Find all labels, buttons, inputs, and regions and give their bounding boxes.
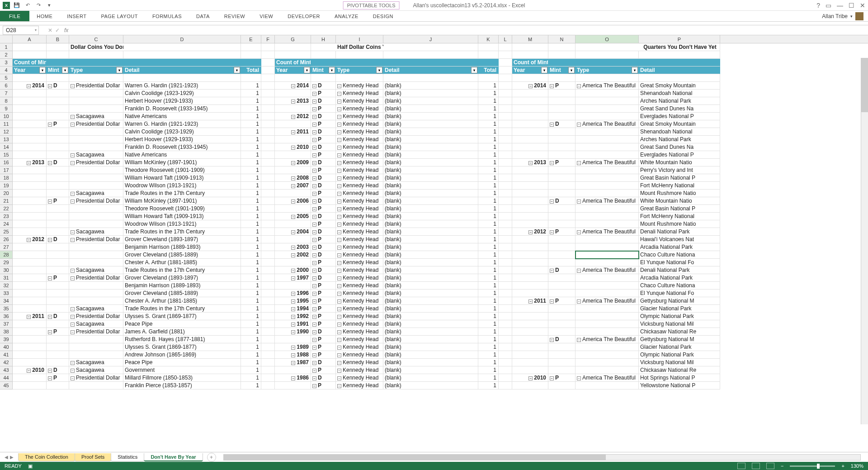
collapse-icon[interactable]: − [312,346,316,350]
row-header-4[interactable]: 4 [0,66,13,74]
pivot-mint-value[interactable]: −P [548,82,576,90]
sheet-tab-statistics[interactable]: Statistics [111,453,144,461]
pivot-type-value[interactable]: −Presidential Dollar [69,274,123,282]
pivot-mint-value[interactable] [548,351,576,359]
pivot-mint-value[interactable] [548,174,576,182]
collapse-icon[interactable]: − [312,84,316,88]
pivot-mint-value[interactable]: −P [47,197,69,205]
collapse-icon[interactable]: − [291,146,295,150]
pivot-year-value[interactable] [13,197,47,205]
collapse-icon[interactable]: − [291,130,295,134]
collapse-icon[interactable]: − [312,192,316,196]
pivot-type-value[interactable] [69,205,123,213]
pivot-year-value[interactable] [512,243,548,251]
pivot-mint-value[interactable] [548,320,576,328]
pivot-year-value[interactable] [13,282,47,290]
pivot-year-value[interactable] [512,251,548,259]
collapse-icon[interactable]: − [291,184,295,188]
pivot-year-value[interactable] [13,205,47,213]
row-header-6[interactable]: 6 [0,82,13,90]
pivot-year-value[interactable]: −2006 [275,197,311,205]
collapse-icon[interactable]: − [48,376,52,380]
pivot-year-value[interactable]: −2003 [275,243,311,251]
collapse-icon[interactable]: − [337,215,341,219]
collapse-icon[interactable]: − [71,315,75,319]
filter-dropdown-icon[interactable]: ▾ [329,67,335,73]
pivot-type-value[interactable]: −Kennedy Head [336,120,383,128]
row-header-16[interactable]: 16 [0,159,13,166]
pivot-year-value[interactable]: −2000 [275,266,311,274]
pivot-mint-value[interactable]: −D [311,197,336,205]
collapse-icon[interactable]: − [312,353,316,357]
pivot-type-value[interactable]: −Presidential Dollar [69,197,123,205]
collapse-icon[interactable]: − [337,192,341,196]
pivot-year-value[interactable] [275,190,311,197]
collapse-icon[interactable]: − [550,269,554,273]
pivot-year-value[interactable]: −1988 [275,351,311,359]
pivot-type-value[interactable] [576,213,639,220]
pivot-type-value[interactable] [576,243,639,251]
pivot-year[interactable]: Year▾ [512,66,548,74]
pivot-year-value[interactable]: −2013 [275,97,311,105]
pivot-year-value[interactable]: −2014 [13,82,47,90]
pivot-mint-value[interactable] [548,290,576,297]
pivot-mint-value[interactable]: −P [311,282,336,290]
pivot-mint-value[interactable] [47,251,69,259]
pivot-mint-value[interactable] [47,136,69,143]
pivot-mint-value[interactable]: −P [548,374,576,382]
collapse-icon[interactable]: − [577,161,581,165]
pivot-year-value[interactable]: −2004 [275,228,311,236]
pivot-type-value[interactable] [576,136,639,143]
pivot-type-value[interactable] [576,282,639,290]
col-header-M[interactable]: M [512,35,548,43]
collapse-icon[interactable]: − [312,238,316,242]
tab-nav-last-icon[interactable]: ▶ [10,455,14,460]
view-page-break-icon[interactable] [766,463,774,469]
collapse-icon[interactable]: − [337,161,341,165]
ribbon-tab-data[interactable]: DATA [189,11,217,21]
pivot-type-value[interactable] [576,236,639,243]
pivot-year-value[interactable] [13,151,47,159]
collapse-icon[interactable]: − [27,369,31,373]
filter-dropdown-icon[interactable]: ▾ [376,67,382,73]
fx-icon[interactable]: fx [64,27,68,33]
collapse-icon[interactable]: − [291,299,295,304]
pivot-mint-value[interactable] [548,382,576,389]
pivot-mint-value[interactable] [548,166,576,174]
pivot-mint-value[interactable]: −P [311,320,336,328]
pivot-type-value[interactable] [576,174,639,182]
collapse-icon[interactable]: − [291,376,295,380]
pivot-mint-value[interactable]: −D [311,374,336,382]
pivot-mint-value[interactable] [47,382,69,389]
pivot-mint-value[interactable] [548,182,576,190]
collapse-icon[interactable]: − [71,84,75,88]
pivot-mint-value[interactable]: −P [47,274,69,282]
pivot-mint-value[interactable] [47,243,69,251]
pivot-year-value[interactable] [13,351,47,359]
pivot-detail[interactable]: Detail▾ [383,66,478,74]
row-header-17[interactable]: 17 [0,166,13,174]
collapse-icon[interactable]: − [71,238,75,242]
pivot-year-value[interactable] [13,243,47,251]
pivot-mint-value[interactable]: −P [548,297,576,305]
collapse-icon[interactable]: − [312,215,316,219]
pivot-mint-value[interactable]: −D [311,97,336,105]
tab-nav-first-icon[interactable]: ◀ [5,455,8,460]
pivot-mint-value[interactable]: −D [548,120,576,128]
pivot-year-value[interactable] [512,128,548,136]
collapse-icon[interactable]: − [577,84,581,88]
collapse-icon[interactable]: − [312,269,316,273]
pivot-year-value[interactable] [13,266,47,274]
pivot-type-value[interactable]: −America The Beautiful [576,197,639,205]
pivot-mint-value[interactable]: −P [311,205,336,213]
row-header-18[interactable]: 18 [0,174,13,182]
pivot-year-value[interactable] [275,151,311,159]
pivot-year-value[interactable] [512,359,548,366]
row-header-40[interactable]: 40 [0,343,13,351]
collapse-icon[interactable]: − [291,161,295,165]
pivot-mint-value[interactable] [548,213,576,220]
pivot-type-value[interactable]: −Kennedy Head [336,382,383,389]
pivot-type[interactable]: Type▾ [69,66,123,74]
pivot-type-value[interactable] [69,136,123,143]
collapse-icon[interactable]: − [577,123,581,127]
